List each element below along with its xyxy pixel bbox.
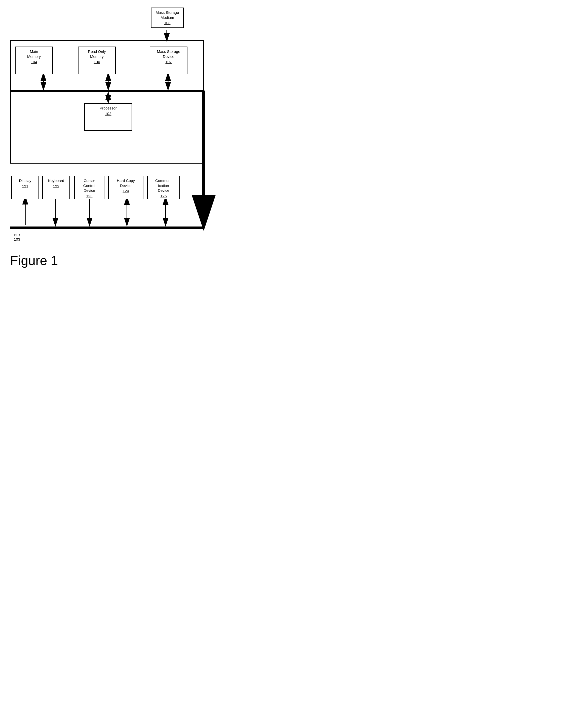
keyboard-label: Keyboard xyxy=(48,179,64,183)
communication-ref: 125 xyxy=(149,193,178,199)
processor-box: Processor 102 xyxy=(84,103,132,131)
processor-ref: 102 xyxy=(86,111,130,116)
display-box: Display 121 xyxy=(11,176,39,199)
hard-copy-ref: 124 xyxy=(110,188,141,193)
main-memory-label: MainMemory xyxy=(27,49,41,59)
cursor-control-label: CursorControlDevice xyxy=(83,179,96,192)
communication-box: Commun-icationDevice 125 xyxy=(147,176,180,199)
mass-storage-device-label: Mass StorageDevice xyxy=(157,49,181,59)
mass-storage-medium-ref: 108 xyxy=(153,20,182,25)
keyboard-ref: 122 xyxy=(44,184,68,189)
hard-copy-box: Hard CopyDevice 124 xyxy=(108,176,143,199)
main-memory-box: MainMemory 104 xyxy=(15,46,53,74)
processor-label: Processor xyxy=(100,106,117,110)
figure-label: Figure 1 xyxy=(10,253,58,268)
keyboard-box: Keyboard 122 xyxy=(42,176,70,199)
cursor-control-box: CursorControlDevice 123 xyxy=(74,176,104,199)
hard-copy-label: Hard CopyDevice xyxy=(117,179,135,188)
communication-label: Commun-icationDevice xyxy=(155,179,172,192)
cursor-control-ref: 123 xyxy=(76,193,102,199)
mass-storage-medium-box: Mass StorageMedium 108 xyxy=(151,7,184,28)
read-only-memory-label: Read OnlyMemory xyxy=(88,49,106,59)
figure-text: Figure 1 xyxy=(10,253,58,268)
bus-103-label: Bus103 xyxy=(14,233,20,241)
mass-storage-device-box: Mass StorageDevice 107 xyxy=(150,46,187,74)
bus-101-line xyxy=(10,90,204,93)
bus-103-line xyxy=(10,226,204,229)
main-memory-ref: 104 xyxy=(17,59,51,64)
read-only-memory-box: Read OnlyMemory 106 xyxy=(78,46,116,74)
mass-storage-device-ref: 107 xyxy=(152,59,185,64)
read-only-memory-ref: 106 xyxy=(80,59,114,64)
display-label: Display xyxy=(19,179,31,183)
mass-storage-medium-label: Mass StorageMedium xyxy=(156,10,179,20)
display-ref: 121 xyxy=(13,184,37,189)
